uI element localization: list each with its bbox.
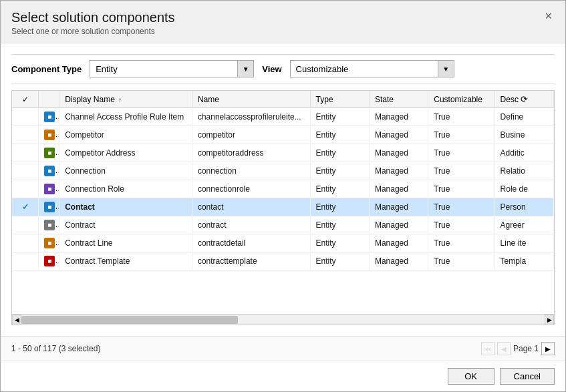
col-header-type[interactable]: Type [310,91,369,108]
row-customizable: True [428,216,494,234]
row-icon-cell: ■ [39,162,59,180]
table-row[interactable]: ■Connection RoleconnectionroleEntityMana… [12,180,554,198]
row-display-name: Contract Template [59,252,192,270]
view-select[interactable]: Customizable ▼ [290,60,454,77]
row-icon-cell: ■ [39,234,59,252]
dialog-footer: 1 - 50 of 117 (3 selected) ⏮ ◀ Page 1 ▶ [1,336,565,361]
table-row[interactable]: ■ConnectionconnectionEntityManagedTrueRe… [12,162,554,180]
horizontal-scrollbar[interactable]: ◀ ▶ [12,314,554,325]
row-display-name: Contract [59,216,192,234]
entities-table: ✓ Display Name ↑ Name Type State Customi… [12,91,554,270]
header-text: Select solution components Select one or… [11,10,175,36]
row-type: Entity [310,216,369,234]
row-name: competitoraddress [192,144,310,162]
row-customizable: True [428,108,494,126]
col-header-name[interactable]: Name [192,91,310,108]
row-display-name: Competitor [59,126,192,144]
row-check[interactable] [12,234,39,252]
row-check[interactable] [12,108,39,126]
cancel-button[interactable]: Cancel [500,368,555,385]
ok-button[interactable]: OK [448,368,494,385]
row-name: connection [192,162,310,180]
entity-icon: ■ [44,166,55,176]
page-prev-btn[interactable]: ◀ [497,342,511,355]
entity-icon: ■ [44,220,55,230]
row-name: connectionrole [192,180,310,198]
row-name: competitor [192,126,310,144]
page-label: Page 1 [513,344,539,353]
row-type: Entity [310,198,369,216]
select-solution-components-dialog: Select solution components Select one or… [0,0,566,392]
row-check[interactable] [12,144,39,162]
table-row[interactable]: ✓■ContactcontactEntityManagedTruePerson [12,198,554,216]
row-check[interactable] [12,180,39,198]
component-type-select[interactable]: Entity ▼ [90,60,254,77]
table-row[interactable]: ■Contract TemplatecontracttemplateEntity… [12,252,554,270]
scroll-right-btn[interactable]: ▶ [545,315,554,325]
scroll-left-btn[interactable]: ◀ [12,315,21,325]
table-row[interactable]: ■Contract LinecontractdetailEntityManage… [12,234,554,252]
row-state: Managed [369,216,428,234]
col-header-display-name[interactable]: Display Name ↑ [59,91,192,108]
dialog-header: Select solution components Select one or… [1,1,565,43]
page-next-btn[interactable]: ▶ [541,342,555,355]
row-type: Entity [310,162,369,180]
row-customizable: True [428,162,494,180]
row-name: contractdetail [192,234,310,252]
row-customizable: True [428,126,494,144]
row-description: Additic [494,144,553,162]
table-scroll-area[interactable]: ✓ Display Name ↑ Name Type State Customi… [12,91,554,314]
component-type-dropdown-btn[interactable]: ▼ [237,61,253,77]
row-description: Templa [494,252,553,270]
dialog-body: Component Type Entity ▼ View Customizabl… [1,43,565,336]
entity-icon: ■ [44,238,55,248]
row-display-name: Channel Access Profile Rule Item [59,108,192,126]
row-state: Managed [369,108,428,126]
row-description: Relatio [494,162,553,180]
row-customizable: True [428,234,494,252]
refresh-icon[interactable]: ⟳ [521,94,528,104]
component-type-label: Component Type [11,64,82,74]
row-state: Managed [369,126,428,144]
row-state: Managed [369,234,428,252]
row-type: Entity [310,126,369,144]
row-icon-cell: ■ [39,216,59,234]
row-check[interactable]: ✓ [12,198,39,216]
entity-icon: ■ [44,148,55,158]
table-row[interactable]: ■Channel Access Profile Rule Itemchannel… [12,108,554,126]
table-row[interactable]: ■Competitor AddresscompetitoraddressEnti… [12,144,554,162]
dialog-subtitle: Select one or more solution components [11,27,175,36]
table-container: ✓ Display Name ↑ Name Type State Customi… [11,90,555,325]
col-header-customizable[interactable]: Customizable [428,91,494,108]
table-row[interactable]: ■ContractcontractEntityManagedTrueAgreer [12,216,554,234]
table-header-row: ✓ Display Name ↑ Name Type State Customi… [12,91,554,108]
row-description: Line ite [494,234,553,252]
row-description: Person [494,198,553,216]
row-description: Define [494,108,553,126]
entity-icon: ■ [44,202,55,212]
entity-icon: ■ [44,130,55,140]
component-type-value: Entity [90,62,237,76]
table-row[interactable]: ■CompetitorcompetitorEntityManagedTrueBu… [12,126,554,144]
page-first-btn[interactable]: ⏮ [481,342,494,355]
row-check[interactable] [12,162,39,180]
footer-info: 1 - 50 of 117 (3 selected) [11,344,100,353]
row-check[interactable] [12,216,39,234]
row-icon-cell: ■ [39,108,59,126]
row-display-name: Connection [59,162,192,180]
checkmark-header: ✓ [22,95,29,104]
row-check[interactable] [12,126,39,144]
sort-arrow-display-name: ↑ [118,96,122,104]
scroll-thumb[interactable] [21,316,238,324]
close-button[interactable]: × [542,10,555,22]
row-icon-cell: ■ [39,180,59,198]
row-check[interactable] [12,252,39,270]
row-display-name: Competitor Address [59,144,192,162]
col-header-state[interactable]: State [369,91,428,108]
row-type: Entity [310,144,369,162]
row-type: Entity [310,108,369,126]
row-state: Managed [369,144,428,162]
row-customizable: True [428,180,494,198]
row-display-name: Contract Line [59,234,192,252]
view-dropdown-btn[interactable]: ▼ [438,61,454,77]
